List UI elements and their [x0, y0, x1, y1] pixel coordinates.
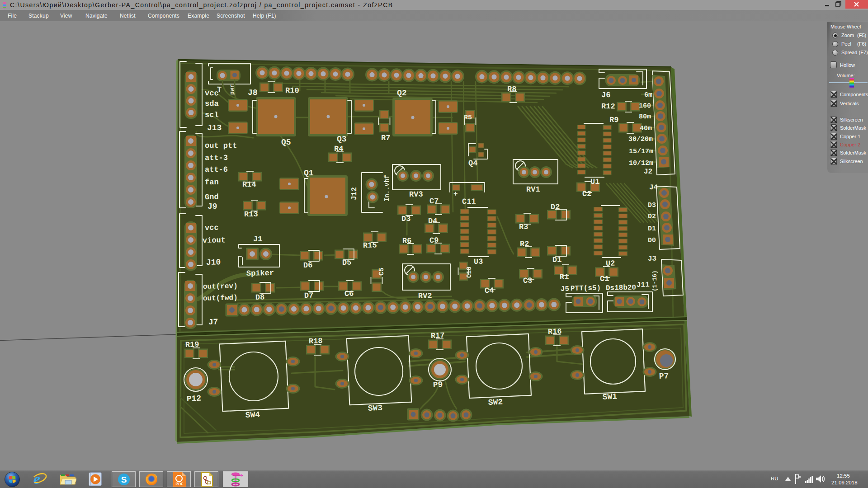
svg-text:C11: C11 — [462, 197, 476, 206]
svg-text:J13: J13 — [207, 123, 222, 132]
svg-text:RV3: RV3 — [409, 190, 423, 199]
svg-text:D0: D0 — [648, 237, 656, 244]
svg-text:In..vhf: In..vhf — [383, 175, 391, 202]
svg-text:Gnd: Gnd — [205, 193, 219, 202]
svg-text:pwr: pwr — [229, 84, 236, 95]
svg-text:30/20m: 30/20m — [628, 136, 653, 143]
svg-text:R1: R1 — [560, 273, 569, 282]
svg-text:C5: C5 — [378, 267, 386, 276]
svg-text:D4: D4 — [428, 217, 438, 225]
svg-text:D2: D2 — [648, 213, 656, 221]
svg-text:RV2: RV2 — [418, 291, 432, 300]
svg-text:J7: J7 — [208, 317, 218, 327]
svg-text:P7: P7 — [659, 371, 669, 381]
svg-text:J5: J5 — [561, 285, 570, 293]
svg-text:J9: J9 — [208, 202, 217, 211]
svg-text:J2: J2 — [644, 168, 652, 176]
svg-text:C7: C7 — [429, 197, 439, 206]
svg-text:scl: scl — [205, 111, 219, 119]
svg-text:R2: R2 — [520, 240, 529, 249]
svg-text:SW3: SW3 — [368, 404, 382, 413]
svg-text:PTT(s5): PTT(s5) — [571, 284, 601, 293]
svg-text:Q1: Q1 — [304, 169, 314, 178]
svg-text:U3: U3 — [474, 258, 483, 266]
svg-text:SW2: SW2 — [488, 398, 503, 407]
svg-text:Q5: Q5 — [281, 138, 291, 147]
svg-text:15/17m: 15/17m — [629, 148, 653, 155]
svg-text:40m: 40m — [640, 125, 652, 132]
svg-text:out(fwd): out(fwd) — [203, 294, 238, 303]
svg-text:att-6: att-6 — [205, 165, 228, 174]
svg-text:U2: U2 — [606, 259, 615, 268]
svg-text:Spiker: Spiker — [246, 269, 274, 278]
svg-text:R8: R8 — [507, 85, 517, 94]
svg-text:R3: R3 — [519, 223, 528, 231]
svg-text:Q4: Q4 — [468, 159, 477, 168]
svg-text:R7: R7 — [381, 134, 390, 142]
svg-text:Ds18b20: Ds18b20 — [606, 283, 637, 292]
svg-text:C10: C10 — [466, 267, 473, 278]
svg-text:R6: R6 — [402, 237, 412, 245]
svg-text:D3: D3 — [648, 202, 656, 209]
svg-text:(1-16): (1-16) — [651, 270, 658, 291]
svg-text:D1: D1 — [552, 256, 562, 264]
svg-text:sda: sda — [205, 99, 219, 108]
svg-text:out(rev): out(rev) — [203, 282, 238, 291]
svg-text:J12: J12 — [350, 187, 359, 200]
svg-text:R9: R9 — [609, 116, 619, 124]
svg-text:C2: C2 — [582, 190, 592, 198]
svg-text:S: S — [121, 475, 127, 484]
svg-text:P9: P9 — [433, 380, 443, 389]
svg-text:160: 160 — [639, 102, 651, 110]
svg-text:D6: D6 — [303, 261, 313, 270]
svg-text:Q3: Q3 — [337, 135, 347, 144]
svg-text:att-3: att-3 — [205, 154, 228, 162]
svg-text:J6: J6 — [601, 91, 611, 99]
svg-text:viout: viout — [203, 236, 226, 245]
svg-text:C6: C6 — [344, 290, 354, 298]
svg-text:6m: 6m — [644, 91, 652, 99]
svg-text:+: + — [453, 190, 458, 198]
svg-text:R13: R13 — [244, 210, 258, 219]
svg-text:R17: R17 — [431, 331, 445, 340]
svg-text:D1: D1 — [648, 225, 656, 233]
svg-text:R18: R18 — [309, 337, 323, 346]
svg-text:R15: R15 — [363, 241, 377, 250]
svg-text:SW1: SW1 — [602, 392, 617, 402]
svg-text:vcc: vcc — [205, 224, 219, 232]
svg-text:D2: D2 — [551, 203, 560, 211]
svg-text:SW4: SW4 — [245, 410, 260, 420]
svg-text:C4: C4 — [485, 286, 494, 295]
svg-text:R16: R16 — [548, 327, 562, 336]
svg-text:RV1: RV1 — [526, 185, 540, 194]
svg-text:C3: C3 — [523, 277, 533, 285]
svg-text:R5: R5 — [464, 114, 472, 122]
svg-text:J1: J1 — [253, 235, 263, 244]
svg-text:T: T — [217, 85, 222, 94]
svg-text:R10: R10 — [285, 86, 299, 95]
svg-text:80m: 80m — [639, 113, 651, 121]
svg-text:J11: J11 — [637, 281, 650, 289]
svg-text:D8: D8 — [255, 293, 265, 302]
svg-text:out ptt: out ptt — [205, 141, 237, 150]
svg-text:C1: C1 — [600, 275, 609, 283]
svg-text:R14: R14 — [242, 180, 256, 189]
svg-text:D7: D7 — [304, 291, 314, 300]
svg-text:U1: U1 — [590, 178, 599, 186]
svg-text:J3: J3 — [648, 255, 657, 263]
svg-text:R12: R12 — [601, 102, 615, 111]
svg-text:J8: J8 — [248, 88, 258, 97]
svg-text:PDF: PDF — [176, 482, 184, 486]
svg-text:fan: fan — [205, 178, 219, 187]
svg-text:J4: J4 — [649, 183, 658, 192]
svg-text:J10: J10 — [206, 258, 221, 267]
svg-text:Q2: Q2 — [397, 89, 407, 98]
svg-text:D3: D3 — [401, 215, 411, 223]
svg-text:P12: P12 — [186, 394, 201, 404]
svg-text:10/12m: 10/12m — [629, 160, 653, 167]
svg-text:C9: C9 — [429, 236, 439, 245]
svg-text:R4: R4 — [334, 145, 343, 153]
svg-text:R19: R19 — [185, 340, 199, 349]
